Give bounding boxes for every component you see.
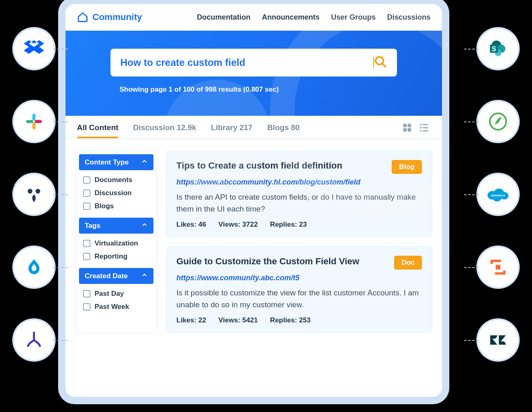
svg-rect-2: [403, 124, 407, 127]
svg-rect-7: [423, 124, 428, 125]
filter-sidebar: Content Type Documents Discussion Blogs …: [75, 151, 157, 333]
nav-documentation[interactable]: Documentation: [197, 13, 250, 22]
integration-drupal: [14, 247, 54, 287]
integration-piedpiper: [478, 101, 518, 142]
svg-rect-15: [35, 120, 42, 123]
chevron-up-icon: [141, 221, 148, 230]
filter-title: Tags: [85, 222, 100, 230]
replies-stat: Replies: 23: [270, 221, 307, 229]
salesforce-icon: salesforce: [487, 186, 509, 203]
tab-blogs[interactable]: Blogs 80: [267, 123, 300, 138]
dropbox-icon: [24, 38, 44, 59]
connector-line: [53, 340, 68, 341]
connector-line: [464, 122, 479, 122]
search-bar: [110, 49, 397, 77]
result-stats: Likes: 22 Views: 5421 Replies: 253: [176, 316, 422, 324]
grid-view-button[interactable]: [402, 122, 413, 135]
checkbox-past-day[interactable]: Past Day: [81, 287, 151, 300]
connector-line: [464, 194, 479, 195]
filter-created-date-items: Past Day Past Week: [79, 284, 153, 318]
svg-point-16: [28, 189, 33, 194]
svg-point-17: [36, 189, 40, 194]
filter-created-date-header[interactable]: Created Date: [79, 268, 153, 284]
home-icon: [77, 11, 88, 23]
list-view-button[interactable]: [418, 122, 431, 135]
connector-line: [464, 49, 479, 50]
view-toggle-group: [402, 122, 431, 139]
connector-line: [53, 122, 68, 122]
checkbox-virtualization[interactable]: Virtualization: [81, 237, 151, 250]
filter-tags-items: Virtualization Reporting: [79, 234, 153, 268]
connector-line: [464, 340, 479, 341]
svg-rect-12: [32, 114, 36, 121]
svg-line-1: [383, 64, 385, 67]
connector-line: [464, 267, 479, 268]
result-snippet: Is it possible to customize the view for…: [176, 287, 422, 311]
svg-rect-5: [408, 128, 411, 132]
svg-rect-29: [496, 265, 500, 270]
svg-point-10: [420, 130, 422, 131]
views-stat: Views: 5421: [219, 316, 258, 324]
grid-icon: [402, 122, 413, 133]
filter-content-type-items: Documents Discussion Blogs: [79, 170, 153, 218]
chevron-up-icon: [141, 158, 148, 167]
checkbox-blogs[interactable]: Blogs: [81, 200, 151, 213]
integration-branch: [14, 320, 54, 360]
result-title: Guide to Customize the Custom Field View: [176, 256, 388, 268]
jira-icon: [25, 185, 43, 204]
integration-zendesk: [478, 320, 518, 360]
svg-rect-14: [32, 122, 36, 129]
branch-icon: [25, 331, 43, 349]
connector-line: [53, 194, 68, 195]
svg-rect-13: [26, 120, 33, 123]
search-icon: [374, 55, 387, 68]
integration-dropbox: [14, 29, 54, 69]
checkbox-past-week[interactable]: Past Week: [81, 300, 151, 313]
community-app-frame: Community Documentation Announcements Us…: [65, 4, 442, 397]
integration-sharepoint: S: [478, 29, 518, 69]
checkbox-discussion[interactable]: Discussion: [81, 187, 151, 200]
results-summary-text: Showing page 1 of 100 of 998 results (0.…: [110, 86, 397, 94]
checkbox-reporting[interactable]: Reporting: [81, 250, 151, 263]
chevron-up-icon: [141, 272, 148, 280]
brand-name: Community: [92, 12, 142, 23]
connector-line: [53, 49, 68, 50]
svg-rect-4: [403, 128, 407, 132]
svg-point-8: [420, 127, 422, 128]
checkbox-documents[interactable]: Documents: [81, 173, 151, 187]
feather-icon: [488, 112, 508, 131]
brand-logo[interactable]: Community: [77, 11, 142, 23]
square-h-icon: [489, 258, 507, 277]
result-type-badge: Doc: [394, 256, 422, 270]
svg-rect-3: [408, 124, 411, 127]
replies-stat: Replies: 253: [270, 316, 311, 324]
likes-stat: Likes: 22: [176, 316, 206, 324]
integration-salesforce: salesforce: [478, 174, 518, 214]
search-hero: Showing page 1 of 100 of 998 results (0.…: [65, 31, 442, 116]
content-tabs: All Content Discussion 12.9k Library 217…: [65, 116, 442, 139]
svg-point-6: [420, 124, 422, 125]
result-url-link[interactable]: https://www.community.abc.com/t5: [176, 274, 422, 282]
nav-announcements[interactable]: Announcements: [262, 13, 320, 22]
filter-title: Content Type: [85, 158, 128, 167]
tab-all-content[interactable]: All Content: [77, 123, 118, 138]
search-button[interactable]: [374, 55, 387, 70]
tab-discussion[interactable]: Discussion 12.9k: [133, 123, 196, 138]
svg-rect-11: [423, 131, 428, 132]
result-card[interactable]: Guide to Customize the Custom Field View…: [166, 246, 432, 333]
zendesk-icon: [489, 331, 507, 349]
likes-stat: Likes: 46: [176, 221, 206, 229]
connector-line: [53, 267, 68, 268]
views-stat: Views: 3722: [219, 221, 258, 229]
integration-slack: [14, 101, 54, 142]
filter-tags-header[interactable]: Tags: [79, 218, 153, 234]
integration-jira: [14, 174, 54, 214]
svg-rect-9: [423, 127, 428, 128]
svg-text:S: S: [492, 45, 496, 52]
filter-content-type-header[interactable]: Content Type: [79, 154, 153, 170]
sharepoint-icon: S: [488, 39, 508, 59]
search-input[interactable]: [120, 57, 372, 68]
tab-library[interactable]: Library 217: [211, 123, 252, 138]
drupal-icon: [25, 258, 43, 277]
integration-square: [478, 247, 518, 287]
